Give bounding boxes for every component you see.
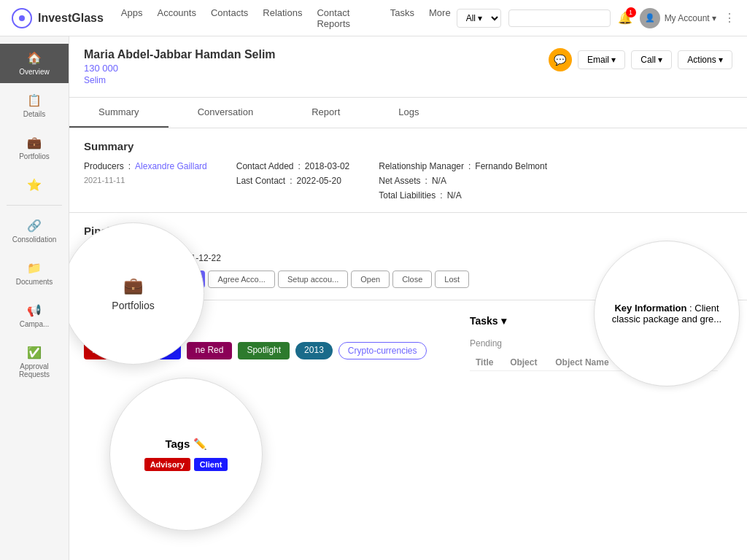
sidebar-divider — [7, 205, 61, 206]
tabs: Summary Conversation Report Logs — [69, 98, 747, 128]
tag-spotlight[interactable]: Spotlight — [238, 342, 290, 359]
contact-ref: 130 000 — [84, 63, 276, 74]
stage-btn-4[interactable]: Setup accou... — [278, 271, 348, 288]
last-contact-value: 2022-05-20 — [296, 176, 341, 186]
overview-icon: 🏠 — [27, 51, 42, 65]
net-assets-label: Net Assets — [379, 176, 420, 186]
details-icon: 📋 — [27, 93, 42, 107]
stage-btn-3[interactable]: Agree Acco... — [208, 271, 274, 288]
stage-btn-7[interactable]: Lost — [435, 271, 469, 288]
key-info-label: Key Information — [614, 303, 686, 314]
col-title: Title — [470, 354, 504, 371]
contact-info: Maria Abdel-Jabbar Hamdan Selim 130 000 … — [84, 48, 276, 85]
tag-2013[interactable]: 2013 — [295, 342, 333, 359]
stage-btn-6[interactable]: Close — [392, 271, 432, 288]
zoom-tags-header: Tags ✏️ — [165, 438, 206, 451]
documents-icon: 📁 — [27, 261, 42, 275]
logo: InvestGlass — [12, 8, 104, 28]
zoom-tags-list: Advisory Client — [144, 458, 228, 471]
total-liabilities-value: N/A — [447, 190, 462, 201]
net-assets-value: N/A — [432, 176, 446, 186]
sidebar-label-portfolios: Portfolios — [19, 152, 50, 160]
tab-summary[interactable]: Summary — [69, 98, 169, 128]
sidebar-item-portfolios[interactable]: 💼 Portfolios — [0, 128, 69, 168]
all-dropdown[interactable]: All ▾ — [457, 9, 501, 28]
total-liabilities-row: Total Liabilities : N/A — [379, 190, 547, 201]
contact-tag: Selim — [84, 75, 276, 85]
zoom-tag-client: Client — [194, 458, 228, 471]
sidebar-label-consolidation: Consolidation — [12, 236, 57, 244]
tab-report[interactable]: Report — [282, 98, 369, 128]
sidebar-item-consolidation[interactable]: 🔗 Consolidation — [0, 211, 69, 251]
chat-button[interactable]: 💬 — [549, 48, 572, 71]
summary-section: Summary Producers : Alexandre Gaillard 2… — [69, 128, 747, 213]
star-icon: ⭐ — [27, 178, 42, 192]
nav-accounts[interactable]: Accounts — [157, 7, 196, 29]
stage-btn-5[interactable]: Open — [351, 271, 390, 288]
sidebar-item-favorites[interactable]: ⭐ — [0, 171, 69, 199]
key-info-overlay: Key Information : Client classic package… — [594, 241, 740, 386]
last-contact-row: Last Contact : 2022-05-20 — [236, 176, 349, 186]
contact-added-label: Contact Added — [236, 161, 294, 171]
net-assets-row: Net Assets : N/A — [379, 176, 547, 186]
call-button[interactable]: Call ▾ — [631, 50, 672, 69]
email-button[interactable]: Email ▾ — [578, 50, 625, 69]
date-row: 2021-11-11 — [84, 176, 207, 184]
key-info-text: Key Information : Client classic package… — [609, 303, 724, 324]
zoom-tags-title: Tags ✏️ — [165, 438, 206, 450]
zoom-circle-tags: Tags ✏️ Advisory Client — [109, 378, 263, 531]
sidebar-label-overview: Overview — [19, 68, 50, 76]
summary-grid: Producers : Alexandre Gaillard 2021-11-1… — [84, 161, 732, 201]
summary-title: Summary — [84, 140, 732, 152]
zoom-tag-advisory: Advisory — [144, 458, 190, 471]
producers-value[interactable]: Alexandre Gaillard — [135, 161, 207, 171]
col-object: Object — [504, 354, 549, 371]
avatar: 👤 — [640, 8, 660, 28]
tab-conversation[interactable]: Conversation — [169, 98, 283, 128]
navbar: InvestGlass Apps Accounts Contacts Relat… — [0, 0, 747, 36]
tab-logs[interactable]: Logs — [369, 98, 448, 128]
tag-crypto[interactable]: Crypto-currencies — [338, 342, 427, 359]
sidebar-label-approval: Approval Requests — [6, 362, 63, 378]
sidebar-label-campaigns: Campa... — [20, 320, 50, 328]
summary-col-3: Relationship Manager : Fernando Belmont … — [379, 161, 547, 201]
tasks-title[interactable]: Tasks ▾ — [470, 315, 506, 327]
sidebar-item-overview[interactable]: 🏠 Overview — [0, 44, 69, 83]
main-layout: 🏠 Overview 📋 Details 💼 Portfolios ⭐ 🔗 Co… — [0, 36, 747, 560]
zoom-portfolios-label: Portfolios — [112, 300, 154, 311]
sidebar-label-documents: Documents — [16, 278, 53, 286]
actions-button[interactable]: Actions ▾ — [678, 50, 732, 69]
logo-icon — [12, 8, 32, 28]
rel-manager-row: Relationship Manager : Fernando Belmont — [379, 161, 547, 171]
sidebar-item-details[interactable]: 📋 Details — [0, 86, 69, 125]
nav-apps[interactable]: Apps — [121, 7, 143, 29]
campaigns-icon: 📢 — [27, 303, 42, 317]
contact-header: Maria Abdel-Jabbar Hamdan Selim 130 000 … — [69, 36, 747, 98]
rel-manager-label: Relationship Manager — [379, 161, 464, 171]
approval-icon: ✅ — [27, 346, 42, 359]
nav-more[interactable]: More — [429, 7, 451, 29]
more-options-icon[interactable]: ⋮ — [724, 11, 735, 25]
nav-tasks[interactable]: Tasks — [390, 7, 414, 29]
sidebar-item-campaigns[interactable]: 📢 Campa... — [0, 296, 69, 335]
notification-button[interactable]: 🔔 1 — [618, 11, 632, 25]
total-liabilities-label: Total Liabilities — [379, 190, 436, 201]
nav-relations[interactable]: Relations — [263, 7, 302, 29]
zoom-portfolios-icon: 💼 — [123, 276, 143, 295]
last-contact-label: Last Contact — [236, 176, 285, 186]
sidebar-item-approval[interactable]: ✅ Approval Requests — [0, 338, 69, 386]
consolidation-icon: 🔗 — [27, 219, 42, 233]
sidebar-label-details: Details — [23, 110, 46, 118]
sidebar: 🏠 Overview 📋 Details 💼 Portfolios ⭐ 🔗 Co… — [0, 36, 69, 560]
nav-contacts[interactable]: Contacts — [211, 7, 248, 29]
summary-col-1: Producers : Alexandre Gaillard 2021-11-1… — [84, 161, 207, 201]
portfolios-icon: 💼 — [27, 136, 42, 149]
nav-contact-reports[interactable]: Contact Reports — [317, 7, 375, 29]
account-button[interactable]: 👤 My Account ▾ — [640, 8, 716, 28]
contact-added-row: Contact Added : 2018-03-02 — [236, 161, 349, 171]
sidebar-item-documents[interactable]: 📁 Documents — [0, 254, 69, 293]
account-label: My Account ▾ — [665, 13, 716, 23]
nav-search-input[interactable] — [508, 9, 611, 27]
producers-row: Producers : Alexandre Gaillard — [84, 161, 207, 171]
tag-wine-red[interactable]: ne Red — [187, 342, 233, 359]
